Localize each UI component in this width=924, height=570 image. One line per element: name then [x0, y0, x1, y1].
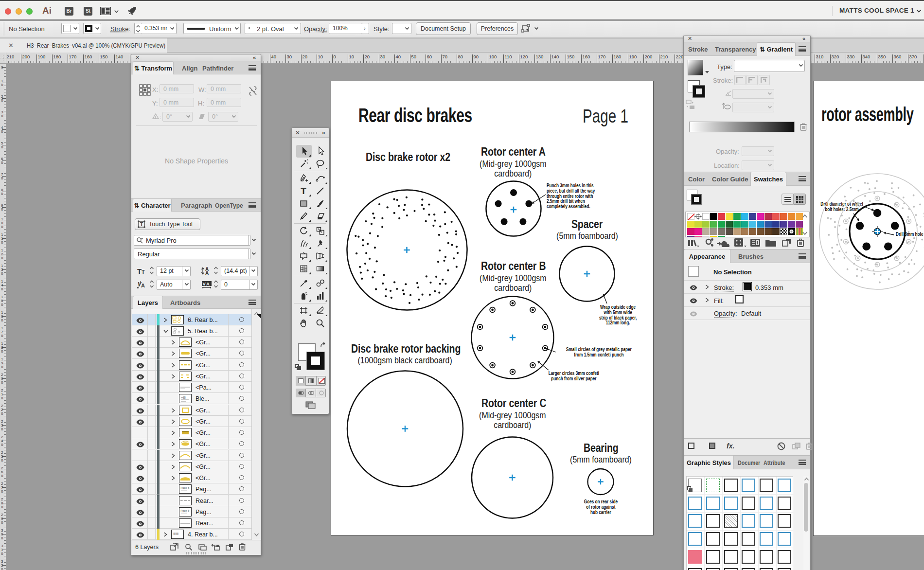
svg-text:Page 5: Page 5 — [181, 509, 190, 512]
svg-text:T: T — [142, 269, 145, 275]
svg-text:V: V — [203, 281, 206, 286]
svg-text:A: A — [141, 283, 145, 288]
svg-text:Page 6: Page 6 — [181, 486, 190, 489]
svg-text:T: T — [301, 186, 306, 196]
svg-text:A: A — [205, 270, 209, 275]
svg-text:▩▩: ▩▩ — [173, 532, 178, 535]
svg-text:A: A — [206, 281, 210, 286]
svg-text:w▧: w▧ — [180, 396, 186, 399]
svg-text:T: T — [140, 221, 143, 227]
svg-text:T: T — [137, 267, 142, 275]
